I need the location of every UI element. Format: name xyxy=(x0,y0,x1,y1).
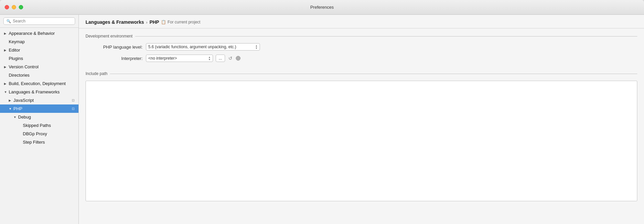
sidebar-item-label: JavaScript xyxy=(13,98,72,103)
sidebar-item-keymap[interactable]: Keymap xyxy=(0,38,78,46)
php-language-level-row: PHP language level: 5.6 (variadic functi… xyxy=(86,43,637,51)
refresh-button[interactable]: ↺ xyxy=(228,55,233,62)
section-divider xyxy=(135,36,637,36)
php-language-level-control: 5.6 (variadic functions, argument unpack… xyxy=(146,43,260,51)
status-indicator xyxy=(236,56,240,61)
php-language-level-select[interactable]: 5.6 (variadic functions, argument unpack… xyxy=(146,43,260,51)
refresh-icon: ↺ xyxy=(228,56,232,61)
sidebar-item-label: Debug xyxy=(18,115,74,120)
include-path-header: Include path xyxy=(86,71,637,76)
copy-icon: ⊡ xyxy=(72,98,74,102)
sidebar-item-label: Languages & Frameworks xyxy=(9,89,74,94)
sidebar-item-label: Appearance & Behavior xyxy=(9,31,74,36)
sidebar-item-editor[interactable]: ▶ Editor xyxy=(0,46,78,54)
dev-environment-section: Development environment PHP language lev… xyxy=(79,28,644,71)
interpreter-select[interactable]: <no interpreter> ▲ ▼ xyxy=(146,55,213,62)
interpreter-control: <no interpreter> ▲ ▼ ... ↺ xyxy=(146,55,240,62)
preferences-window: Preferences 🔍 ▶ Appearance & Behavior xyxy=(0,0,644,224)
sidebar-item-skipped-paths[interactable]: Skipped Paths xyxy=(0,121,78,130)
sidebar-item-languages[interactable]: ▼ Languages & Frameworks xyxy=(0,88,78,96)
include-path-box xyxy=(86,81,637,201)
sidebar-item-label: PHP xyxy=(13,106,72,111)
search-input[interactable] xyxy=(13,19,72,23)
sidebar-item-javascript[interactable]: ▶ JavaScript ⊡ xyxy=(0,96,78,104)
interpreter-value: <no interpreter> xyxy=(148,56,207,61)
sidebar-item-directories[interactable]: Directories xyxy=(0,71,78,79)
sidebar-item-label: Plugins xyxy=(9,56,74,61)
include-path-title: Include path xyxy=(86,71,107,76)
sidebar-item-appearance[interactable]: ▶ Appearance & Behavior xyxy=(0,29,78,38)
arrow-icon: ▶ xyxy=(4,65,9,69)
php-language-level-label: PHP language level: xyxy=(92,45,146,50)
interpreter-row: Interpreter: <no interpreter> ▲ ▼ ... ↺ xyxy=(86,55,637,62)
sidebar-item-label: DBGp Proxy xyxy=(23,131,74,136)
sidebar-item-build[interactable]: ▶ Build, Execution, Deployment xyxy=(0,79,78,88)
php-language-level-value: 5.6 (variadic functions, argument unpack… xyxy=(148,45,254,49)
project-label-text: For current project xyxy=(167,20,200,24)
interpreter-label: Interpreter: xyxy=(92,56,146,61)
sidebar-item-label: Version Control xyxy=(9,64,74,69)
arrow-icon: ▶ xyxy=(9,99,13,102)
select-arrows-icon: ▲ ▼ xyxy=(255,45,258,49)
sidebar-item-label: Step Filters xyxy=(23,140,74,145)
sidebar-item-dbgp-proxy[interactable]: DBGp Proxy xyxy=(0,130,78,138)
search-icon: 🔍 xyxy=(6,19,11,23)
arrow-icon: ▼ xyxy=(13,116,18,119)
section-header: Development environment xyxy=(86,34,637,39)
include-path-section: Include path xyxy=(79,71,644,224)
breadcrumb-current: PHP xyxy=(150,19,159,25)
sidebar-item-label: Keymap xyxy=(9,39,74,44)
main-content: 🔍 ▶ Appearance & Behavior Keymap xyxy=(0,15,644,224)
arrow-icon: ▶ xyxy=(4,82,9,85)
title-bar: Preferences xyxy=(0,0,644,15)
ellipsis-button[interactable]: ... xyxy=(216,55,225,62)
minimize-button[interactable] xyxy=(12,5,16,9)
arrow-icon: ▼ xyxy=(4,90,9,94)
project-icon: 📋 xyxy=(161,20,166,24)
search-wrapper[interactable]: 🔍 xyxy=(3,17,75,25)
copy-icon: ⊡ xyxy=(72,107,74,110)
window-title: Preferences xyxy=(310,5,334,10)
arrow-icon: ▼ xyxy=(9,107,13,110)
maximize-button[interactable] xyxy=(19,5,23,9)
section-divider xyxy=(110,74,637,74)
sidebar-nav: ▶ Appearance & Behavior Keymap ▶ Editor … xyxy=(0,28,78,224)
sidebar-item-label: Skipped Paths xyxy=(23,123,74,128)
sidebar-item-plugins[interactable]: Plugins xyxy=(0,54,78,63)
sidebar: 🔍 ▶ Appearance & Behavior Keymap xyxy=(0,15,79,224)
sidebar-item-php[interactable]: ▼ PHP ⊡ xyxy=(0,104,78,113)
search-bar: 🔍 xyxy=(0,15,78,28)
sidebar-item-label: Editor xyxy=(9,48,74,53)
sidebar-item-debug[interactable]: ▼ Debug xyxy=(0,113,78,121)
breadcrumb: Languages & Frameworks › PHP 📋 For curre… xyxy=(79,15,644,28)
content-area: Languages & Frameworks › PHP 📋 For curre… xyxy=(79,15,644,224)
breadcrumb-parent: Languages & Frameworks xyxy=(86,19,144,25)
close-button[interactable] xyxy=(5,5,9,9)
breadcrumb-separator: › xyxy=(146,20,147,25)
sidebar-item-step-filters[interactable]: Step Filters xyxy=(0,138,78,146)
sidebar-item-version-control[interactable]: ▶ Version Control xyxy=(0,63,78,71)
sidebar-item-label: Build, Execution, Deployment xyxy=(9,81,74,86)
sidebar-item-label: Directories xyxy=(9,73,74,78)
project-label: 📋 For current project xyxy=(161,20,200,24)
arrow-icon: ▶ xyxy=(4,32,9,35)
select-arrows-icon: ▲ ▼ xyxy=(208,56,211,61)
traffic-lights xyxy=(5,5,23,9)
arrow-icon: ▶ xyxy=(4,49,9,52)
section-title: Development environment xyxy=(86,34,132,39)
